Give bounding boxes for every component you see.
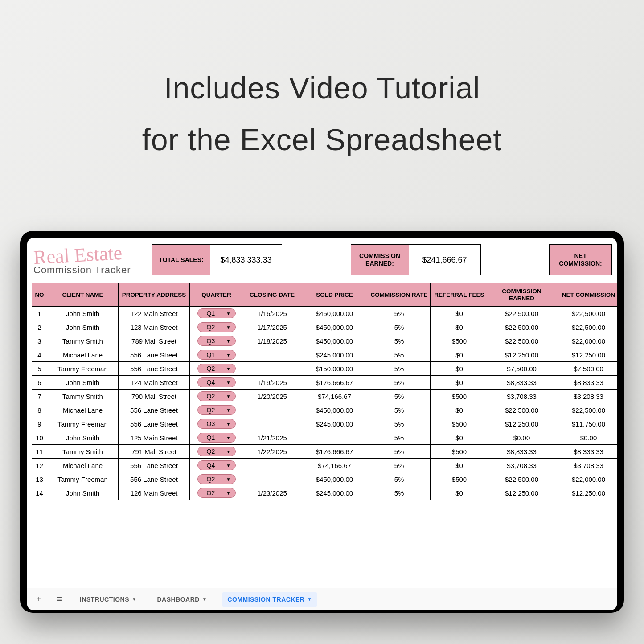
cell-earn[interactable]: $3,708.33: [488, 459, 555, 472]
quarter-dropdown[interactable]: Q2▼: [197, 391, 236, 401]
cell-quarter[interactable]: Q1▼: [190, 307, 243, 320]
cell-price[interactable]: $176,666.67: [301, 445, 368, 459]
cell-rate[interactable]: 5%: [368, 486, 431, 500]
cell-price[interactable]: $74,166.67: [301, 390, 368, 403]
tab-dashboard[interactable]: DASHBOARD ▼: [152, 592, 212, 607]
quarter-dropdown[interactable]: Q1▼: [197, 433, 236, 443]
cell-no[interactable]: 9: [32, 417, 47, 431]
cell-ref[interactable]: $500: [431, 390, 488, 403]
cell-net[interactable]: $22,500.00: [555, 307, 617, 320]
cell-date[interactable]: [243, 459, 301, 472]
cell-ref[interactable]: $0: [431, 307, 488, 320]
cell-net[interactable]: $12,250.00: [555, 486, 617, 500]
cell-quarter[interactable]: Q1▼: [190, 431, 243, 445]
cell-client[interactable]: John Smith: [47, 376, 119, 390]
cell-earn[interactable]: $12,250.00: [488, 348, 555, 362]
cell-price[interactable]: $450,000.00: [301, 403, 368, 417]
cell-price[interactable]: $450,000.00: [301, 320, 368, 334]
quarter-dropdown[interactable]: Q4▼: [197, 377, 236, 387]
cell-net[interactable]: $3,208.33: [555, 390, 617, 403]
cell-address[interactable]: 791 Mall Street: [119, 445, 190, 459]
cell-quarter[interactable]: Q2▼: [190, 486, 243, 500]
cell-address[interactable]: 556 Lane Street: [119, 348, 190, 362]
cell-price[interactable]: $450,000.00: [301, 334, 368, 348]
cell-address[interactable]: 790 Mall Street: [119, 390, 190, 403]
cell-no[interactable]: 1: [32, 307, 47, 320]
cell-price[interactable]: $245,000.00: [301, 486, 368, 500]
cell-client[interactable]: Tammy Smith: [47, 445, 119, 459]
cell-price[interactable]: [301, 431, 368, 445]
cell-client[interactable]: John Smith: [47, 431, 119, 445]
cell-address[interactable]: 124 Main Street: [119, 376, 190, 390]
cell-rate[interactable]: 5%: [368, 459, 431, 472]
cell-rate[interactable]: 5%: [368, 472, 431, 486]
cell-address[interactable]: 123 Main Street: [119, 320, 190, 334]
cell-no[interactable]: 10: [32, 431, 47, 445]
cell-earn[interactable]: $7,500.00: [488, 362, 555, 376]
cell-ref[interactable]: $0: [431, 320, 488, 334]
cell-net[interactable]: $3,708.33: [555, 459, 617, 472]
cell-no[interactable]: 11: [32, 445, 47, 459]
cell-client[interactable]: Tammy Freeman: [47, 472, 119, 486]
cell-rate[interactable]: 5%: [368, 417, 431, 431]
add-sheet-button[interactable]: +: [33, 594, 44, 604]
tab-instructions[interactable]: INSTRUCTIONS ▼: [74, 592, 142, 607]
cell-price[interactable]: $176,666.67: [301, 376, 368, 390]
cell-date[interactable]: [243, 348, 301, 362]
cell-earn[interactable]: $22,500.00: [488, 334, 555, 348]
cell-net[interactable]: $22,500.00: [555, 403, 617, 417]
cell-earn[interactable]: $3,708.33: [488, 390, 555, 403]
cell-date[interactable]: 1/19/2025: [243, 376, 301, 390]
quarter-dropdown[interactable]: Q2▼: [197, 447, 236, 456]
cell-earn[interactable]: $8,833.33: [488, 376, 555, 390]
cell-no[interactable]: 14: [32, 486, 47, 500]
cell-rate[interactable]: 5%: [368, 362, 431, 376]
cell-address[interactable]: 122 Main Street: [119, 307, 190, 320]
cell-quarter[interactable]: Q2▼: [190, 445, 243, 459]
cell-ref[interactable]: $0: [431, 376, 488, 390]
cell-date[interactable]: [243, 403, 301, 417]
cell-address[interactable]: 126 Main Street: [119, 486, 190, 500]
cell-rate[interactable]: 5%: [368, 390, 431, 403]
cell-address[interactable]: 556 Lane Street: [119, 403, 190, 417]
cell-earn[interactable]: $0.00: [488, 431, 555, 445]
cell-price[interactable]: $245,000.00: [301, 348, 368, 362]
cell-date[interactable]: [243, 362, 301, 376]
cell-price[interactable]: $245,000.00: [301, 417, 368, 431]
cell-net[interactable]: $8,333.33: [555, 445, 617, 459]
cell-rate[interactable]: 5%: [368, 348, 431, 362]
cell-client[interactable]: Michael Lane: [47, 459, 119, 472]
cell-rate[interactable]: 5%: [368, 320, 431, 334]
cell-client[interactable]: Tammy Freeman: [47, 362, 119, 376]
cell-earn[interactable]: $8,833.33: [488, 445, 555, 459]
cell-quarter[interactable]: Q2▼: [190, 362, 243, 376]
cell-address[interactable]: 556 Lane Street: [119, 459, 190, 472]
cell-quarter[interactable]: Q3▼: [190, 334, 243, 348]
cell-ref[interactable]: $0: [431, 459, 488, 472]
cell-ref[interactable]: $0: [431, 348, 488, 362]
quarter-dropdown[interactable]: Q2▼: [197, 364, 236, 373]
cell-earn[interactable]: $22,500.00: [488, 307, 555, 320]
cell-quarter[interactable]: Q4▼: [190, 376, 243, 390]
cell-client[interactable]: Tammy Freeman: [47, 417, 119, 431]
cell-address[interactable]: 125 Main Street: [119, 431, 190, 445]
cell-rate[interactable]: 5%: [368, 445, 431, 459]
cell-quarter[interactable]: Q4▼: [190, 459, 243, 472]
cell-no[interactable]: 2: [32, 320, 47, 334]
cell-quarter[interactable]: Q1▼: [190, 348, 243, 362]
cell-price[interactable]: $74,166.67: [301, 459, 368, 472]
cell-earn[interactable]: $22,500.00: [488, 320, 555, 334]
cell-ref[interactable]: $0: [431, 431, 488, 445]
all-sheets-button[interactable]: ≡: [54, 594, 65, 604]
cell-no[interactable]: 5: [32, 362, 47, 376]
cell-net[interactable]: $0.00: [555, 431, 617, 445]
cell-ref[interactable]: $0: [431, 403, 488, 417]
quarter-dropdown[interactable]: Q2▼: [197, 405, 236, 415]
cell-ref[interactable]: $500: [431, 472, 488, 486]
cell-net[interactable]: $11,750.00: [555, 417, 617, 431]
cell-client[interactable]: Michael Lane: [47, 348, 119, 362]
cell-rate[interactable]: 5%: [368, 403, 431, 417]
cell-date[interactable]: 1/21/2025: [243, 431, 301, 445]
cell-client[interactable]: John Smith: [47, 486, 119, 500]
cell-earn[interactable]: $12,250.00: [488, 417, 555, 431]
